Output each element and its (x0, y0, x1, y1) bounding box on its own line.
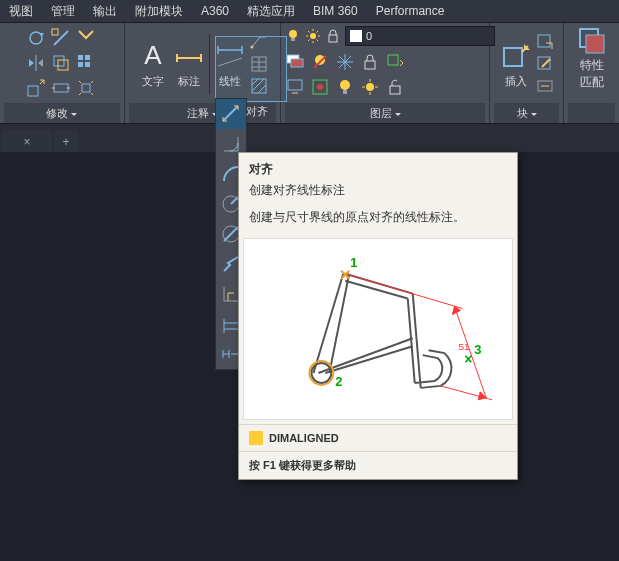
svg-rect-4 (78, 55, 83, 60)
svg-text:A: A (144, 40, 162, 70)
edit-attr-icon[interactable] (536, 77, 554, 95)
text-label: 文字 (142, 74, 164, 89)
menu-featured[interactable]: 精选应用 (238, 3, 304, 20)
svg-text:1: 1 (350, 255, 357, 270)
layer-lock-icon[interactable] (360, 52, 380, 72)
svg-point-0 (30, 32, 42, 44)
svg-rect-6 (78, 62, 83, 67)
layer-dropdown[interactable]: 0 (345, 26, 495, 46)
edit-block-icon[interactable] (536, 55, 554, 73)
dimension-icon (173, 40, 205, 72)
svg-rect-16 (291, 38, 295, 41)
props-label: 特性 (580, 57, 604, 74)
table-icon[interactable] (250, 55, 268, 73)
insert-label: 插入 (505, 74, 527, 89)
menu-output[interactable]: 输出 (84, 3, 126, 20)
drawing-tab[interactable]: × (2, 130, 52, 154)
svg-rect-24 (388, 55, 398, 65)
layer-match-icon[interactable] (385, 52, 405, 72)
svg-rect-37 (586, 35, 604, 53)
leader-icon[interactable] (250, 33, 268, 51)
menu-manage[interactable]: 管理 (42, 3, 84, 20)
mirror-icon[interactable] (26, 53, 46, 73)
dimension-button[interactable]: 标注 (173, 40, 205, 89)
svg-rect-32 (504, 48, 522, 66)
match-label: 匹配 (580, 74, 604, 91)
dimension-label: 标注 (178, 74, 200, 89)
layer-color-swatch-icon (350, 30, 362, 42)
fillet-icon[interactable] (76, 28, 96, 48)
match-props-icon[interactable] (576, 25, 608, 57)
stretch-icon[interactable] (51, 78, 71, 98)
sun-icon[interactable] (305, 28, 321, 44)
layer-props-icon[interactable] (285, 52, 305, 72)
svg-rect-8 (28, 86, 38, 96)
layer-name: 0 (366, 30, 372, 42)
layer-off-icon[interactable] (310, 52, 330, 72)
layer-thaw-icon[interactable] (360, 77, 380, 97)
svg-rect-10 (82, 84, 90, 92)
svg-rect-1 (52, 29, 58, 35)
lock-icon[interactable] (325, 28, 341, 44)
tooltip-subtitle: 创建对齐线性标注 (239, 180, 517, 207)
linear-icon (214, 40, 246, 72)
layer-prev-icon[interactable] (285, 77, 305, 97)
tooltip-image: 1 2 51 3 × (243, 238, 513, 420)
text-button[interactable]: A 文字 (137, 40, 169, 89)
array-icon[interactable] (76, 53, 96, 73)
command-icon (249, 431, 263, 445)
aligned-icon (220, 103, 242, 125)
tab-close-icon[interactable]: × (23, 135, 30, 149)
block-mini-col (536, 33, 554, 95)
svg-rect-9 (54, 84, 68, 92)
lightbulb-icon[interactable] (285, 28, 301, 44)
tooltip-diagram: 1 2 51 3 × (244, 239, 512, 418)
svg-point-28 (340, 80, 350, 90)
text-icon: A (137, 40, 169, 72)
svg-rect-21 (291, 59, 303, 67)
svg-rect-25 (288, 80, 302, 90)
svg-text:2: 2 (335, 374, 342, 389)
tooltip: 对齐 创建对齐线性标注 创建与尺寸界线的原点对齐的线性标注。 (238, 152, 518, 480)
layer-on-icon[interactable] (335, 77, 355, 97)
menu-performance[interactable]: Performance (367, 4, 454, 18)
svg-point-27 (317, 84, 323, 90)
layer-unlock-icon[interactable] (385, 77, 405, 97)
panel-title-layers[interactable]: 图层 (285, 103, 485, 123)
layer-freeze-icon[interactable] (335, 52, 355, 72)
menu-a360[interactable]: A360 (192, 4, 238, 18)
tooltip-description: 创建与尺寸界线的原点对齐的线性标注。 (239, 207, 517, 234)
svg-text:3: 3 (474, 342, 481, 357)
panel-title-modify[interactable]: 修改 (4, 103, 120, 123)
svg-rect-29 (343, 90, 347, 94)
menu-addins[interactable]: 附加模块 (126, 3, 192, 20)
panel-title-props (568, 103, 615, 123)
explode-icon[interactable] (76, 78, 96, 98)
tabstrip: × + (0, 124, 619, 155)
svg-rect-19 (350, 30, 362, 42)
dropdown-aligned[interactable] (216, 99, 246, 129)
linear-button[interactable]: 线性 (214, 40, 246, 89)
hatch-icon[interactable] (250, 77, 268, 95)
scale-icon[interactable] (26, 78, 46, 98)
trim-icon[interactable] (51, 28, 71, 48)
panel-props: 特性 匹配 (564, 23, 619, 123)
dropdown-active-label: 对齐 (246, 104, 268, 119)
panel-title-block[interactable]: 块 (494, 103, 559, 123)
tooltip-title: 对齐 (239, 153, 517, 180)
create-block-icon[interactable] (536, 33, 554, 51)
menu-bim360[interactable]: BIM 360 (304, 4, 367, 18)
panel-block: 插入 块 (490, 23, 564, 123)
svg-rect-5 (85, 55, 90, 60)
modify-tools-grid (26, 28, 98, 100)
new-tab-button[interactable]: + (54, 130, 78, 154)
linear-label: 线性 (219, 74, 241, 89)
layer-iso-icon[interactable] (310, 77, 330, 97)
menu-view[interactable]: 视图 (0, 3, 42, 20)
rotate-icon[interactable] (26, 28, 46, 48)
offset-icon[interactable] (51, 53, 71, 73)
svg-point-30 (366, 83, 374, 91)
tooltip-command-row: DIMALIGNED (239, 424, 517, 451)
insert-button[interactable]: 插入 (500, 40, 532, 89)
svg-point-15 (289, 30, 297, 38)
